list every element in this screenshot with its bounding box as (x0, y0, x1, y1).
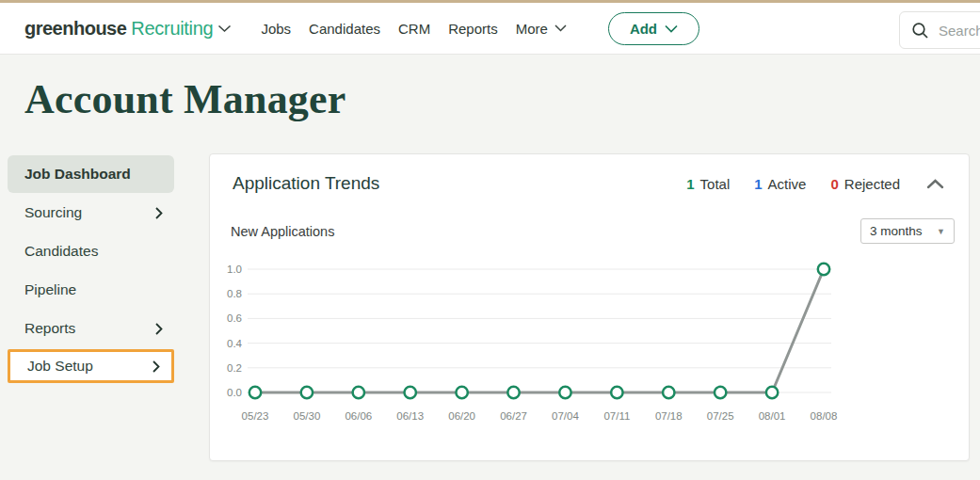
date-range-select[interactable]: 3 months ▼ (860, 218, 955, 244)
top-navbar: greenhouse Recruiting Jobs Candidates CR… (0, 3, 980, 55)
sidebar-item-label: Sourcing (24, 204, 82, 221)
panel-title: Application Trends (233, 173, 379, 194)
chart-subtitle: New Applications (231, 224, 334, 239)
sidebar-item-reports[interactable]: Reports (8, 310, 174, 347)
svg-text:07/18: 07/18 (655, 410, 683, 422)
chart-canvas: 1.00.80.60.40.20.005/2305/3006/0606/1306… (225, 260, 875, 439)
stat-rejected-value: 0 (830, 176, 838, 192)
svg-text:08/01: 08/01 (759, 410, 786, 422)
svg-text:06/20: 06/20 (448, 410, 475, 422)
nav-jobs[interactable]: Jobs (261, 21, 291, 37)
add-button[interactable]: Add (608, 12, 699, 45)
search-field[interactable] (899, 11, 980, 49)
sidebar-item-sourcing[interactable]: Sourcing (8, 194, 174, 232)
search-input[interactable] (939, 23, 980, 39)
svg-text:1.0: 1.0 (227, 264, 242, 275)
sidebar-item-pipeline[interactable]: Pipeline (8, 271, 174, 309)
primary-nav: Jobs Candidates CRM Reports More (261, 21, 566, 37)
sidebar-item-label: Job Setup (27, 358, 93, 375)
svg-text:0.6: 0.6 (227, 312, 242, 324)
svg-text:06/27: 06/27 (500, 410, 527, 422)
nav-candidates[interactable]: Candidates (309, 21, 380, 37)
sidebar-item-job-setup[interactable]: Job Setup (8, 349, 174, 383)
chevron-down-icon (217, 24, 232, 33)
sidebar-item-label: Job Dashboard (24, 166, 131, 183)
nav-more-label: More (516, 21, 548, 37)
application-trends-panel: Application Trends 1 Total 1 Active 0 Re… (209, 153, 970, 461)
sidebar-item-label: Pipeline (24, 281, 76, 298)
sidebar-item-label: Candidates (24, 243, 98, 260)
brand-logo[interactable]: greenhouse Recruiting (24, 18, 232, 40)
add-button-label: Add (630, 21, 657, 37)
date-range-value: 3 months (870, 224, 923, 238)
stat-total-value: 1 (686, 176, 694, 192)
svg-text:0.4: 0.4 (227, 338, 243, 349)
sidebar-item-label: Reports (24, 320, 75, 337)
sidebar-item-candidates[interactable]: Candidates (8, 232, 174, 270)
stat-active-label: Active (768, 176, 807, 192)
svg-text:05/23: 05/23 (242, 410, 269, 422)
nav-crm[interactable]: CRM (398, 21, 430, 37)
sidebar-nav: Job Dashboard Sourcing Candidates Pipeli… (8, 155, 174, 384)
chevron-down-icon (665, 24, 678, 33)
svg-text:08/08: 08/08 (811, 410, 838, 422)
stat-total-label: Total (700, 176, 731, 192)
stat-rejected-label: Rejected (844, 176, 900, 192)
nav-more[interactable]: More (516, 21, 567, 37)
chevron-down-icon (554, 24, 567, 32)
dropdown-arrow-icon: ▼ (937, 227, 945, 236)
brand-product: Recruiting (131, 18, 213, 40)
chevron-right-icon (153, 360, 160, 373)
stat-total: 1 Total (686, 176, 730, 192)
line-chart: 1.00.80.60.40.20.005/2305/3006/0606/1306… (225, 260, 875, 442)
svg-text:06/13: 06/13 (396, 410, 424, 422)
chevron-right-icon (155, 323, 163, 335)
stat-rejected: 0 Rejected (830, 176, 900, 192)
svg-text:07/11: 07/11 (603, 410, 630, 422)
svg-text:07/25: 07/25 (707, 410, 734, 422)
svg-text:07/04: 07/04 (552, 410, 579, 422)
stat-active: 1 Active (754, 176, 806, 192)
brand-name: greenhouse (24, 18, 126, 40)
stat-active-value: 1 (754, 176, 762, 192)
page-title: Account Manager (24, 75, 346, 123)
panel-stats: 1 Total 1 Active 0 Rejected (686, 176, 946, 192)
svg-text:0.8: 0.8 (227, 288, 242, 299)
svg-text:06/06: 06/06 (345, 410, 372, 422)
chevron-up-icon (926, 179, 944, 189)
search-icon (911, 22, 929, 40)
nav-reports[interactable]: Reports (448, 21, 498, 37)
svg-text:0.0: 0.0 (227, 387, 242, 398)
chevron-right-icon (155, 207, 163, 219)
svg-text:0.2: 0.2 (227, 362, 242, 374)
collapse-panel-button[interactable] (924, 177, 946, 191)
panel-header: Application Trends 1 Total 1 Active 0 Re… (210, 154, 969, 194)
sidebar-item-job-dashboard[interactable]: Job Dashboard (8, 155, 174, 193)
svg-text:05/30: 05/30 (294, 410, 321, 422)
chart-controls: New Applications 3 months ▼ (210, 218, 969, 244)
